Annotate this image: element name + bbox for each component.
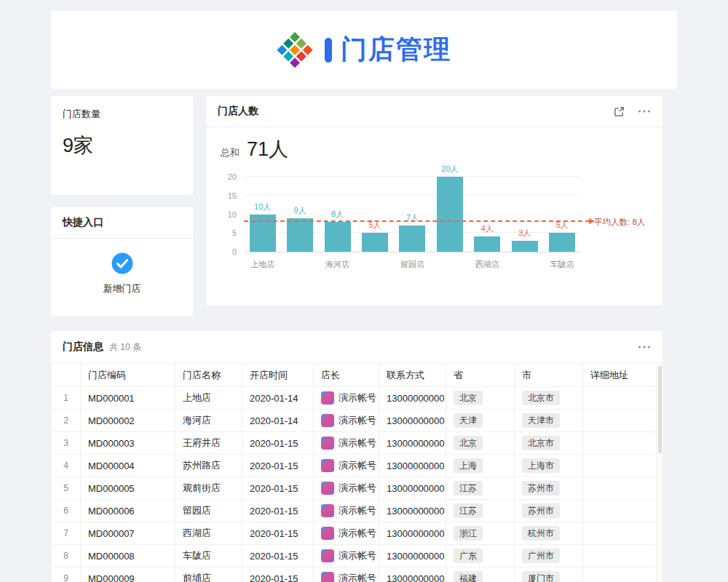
table-row[interactable]: 9MD000009前埔店2020-01-15演示帐号13000000000福建厦… — [52, 567, 662, 582]
table-row[interactable]: 6MD000006留园店2020-01-15演示帐号13000000000江苏苏… — [52, 500, 662, 522]
row-index-cell: 9 — [52, 567, 81, 582]
chart-plot: 10人9人8人5人7人20人4人3人5人 平均人数: 8人 05101520 — [244, 177, 581, 252]
bar[interactable] — [474, 236, 500, 252]
province-tag: 北京 — [454, 436, 483, 450]
province-tag: 广东 — [454, 549, 483, 563]
table-row[interactable]: 5MD000005观前街店2020-01-15演示帐号13000000000江苏… — [52, 477, 662, 500]
province-cell: 北京 — [446, 387, 515, 410]
province-cell: 广东 — [446, 545, 515, 567]
table-card-header: 门店信息 共 10 条 — [51, 331, 662, 363]
address-cell — [583, 432, 662, 455]
city-tag: 广州市 — [522, 549, 560, 563]
bar[interactable] — [325, 222, 351, 252]
open-date-cell: 2020-01-15 — [242, 477, 314, 500]
city-tag: 北京市 — [522, 436, 560, 450]
store-name-cell: 苏州路店 — [175, 455, 242, 477]
manager-avatar — [321, 414, 334, 427]
row-index-cell: 3 — [52, 432, 81, 455]
city-tag: 上海市 — [522, 458, 560, 473]
city-cell: 北京市 — [515, 387, 583, 410]
table-row[interactable]: 8MD000008车陂店2020-01-15演示帐号13000000000广东广… — [52, 545, 662, 567]
store-name-cell: 海河店 — [175, 410, 242, 432]
x-axis-label — [506, 259, 543, 270]
manager-name: 演示帐号 — [339, 549, 376, 562]
column-header: 店长 — [314, 364, 379, 387]
open-date-cell: 2020-01-15 — [242, 432, 314, 455]
manager-avatar — [321, 572, 334, 582]
x-axis-label: 留园店 — [394, 259, 431, 270]
quick-entry-card: 快捷入口 新增门店 — [51, 207, 193, 316]
bar[interactable] — [399, 226, 425, 252]
manager-avatar — [321, 436, 334, 450]
chart-card-title: 门店人数 — [218, 105, 258, 118]
open-date-cell: 2020-01-14 — [242, 387, 314, 410]
bar[interactable] — [287, 218, 313, 252]
bar-slot: 5人 — [544, 177, 581, 252]
city-tag: 苏州市 — [522, 503, 560, 518]
row-index-cell: 4 — [52, 455, 81, 477]
store-name-cell: 留园店 — [175, 500, 242, 522]
manager-name: 演示帐号 — [339, 391, 376, 404]
address-cell — [583, 455, 662, 477]
city-cell: 杭州市 — [515, 522, 583, 545]
province-tag: 福建 — [454, 571, 483, 582]
table-scrollbar[interactable] — [656, 364, 662, 582]
x-axis-label: 西湖店 — [469, 259, 506, 270]
manager-avatar — [321, 527, 334, 540]
manager-cell: 演示帐号 — [314, 387, 379, 410]
bar-slot: 20人 — [431, 177, 468, 252]
open-date-cell: 2020-01-15 — [242, 567, 314, 582]
store-count-value: 9家 — [63, 132, 181, 159]
chart-more-icon[interactable] — [638, 109, 651, 113]
province-tag: 江苏 — [454, 481, 483, 495]
chart-summary: 总和 71人 — [206, 127, 662, 162]
city-cell: 北京市 — [515, 432, 583, 455]
manager-name: 演示帐号 — [339, 482, 376, 495]
column-header: 门店编码 — [81, 364, 175, 387]
bar[interactable] — [512, 241, 538, 252]
manager-cell: 演示帐号 — [314, 567, 379, 582]
row-index-cell: 2 — [52, 410, 81, 432]
add-store-label[interactable]: 新增门店 — [103, 282, 141, 295]
bar-slot: 7人 — [394, 177, 431, 252]
x-axis-label: 海河店 — [319, 259, 356, 270]
table-row[interactable]: 2MD000002海河店2020-01-14演示帐号13000000000天津天… — [52, 410, 662, 432]
table-row[interactable]: 1MD000001上地店2020-01-14演示帐号13000000000北京北… — [52, 387, 662, 410]
province-tag: 江苏 — [454, 503, 483, 518]
index-column-header — [52, 364, 81, 387]
store-name-cell: 上地店 — [175, 387, 242, 410]
table-row[interactable]: 3MD000003王府井店2020-01-15演示帐号13000000000北京… — [52, 432, 662, 455]
table-more-icon[interactable] — [638, 345, 651, 349]
average-label: 平均人数: 8人 — [594, 216, 645, 227]
add-store-check-circle-icon[interactable] — [111, 252, 134, 275]
store-count-title: 门店数量 — [63, 108, 181, 121]
store-name-cell: 前埔店 — [175, 567, 242, 582]
x-axis-label — [356, 259, 393, 270]
page: 门店管理 门店数量 9家 快捷入口 新增门店 — [0, 0, 728, 582]
manager-cell: 演示帐号 — [314, 410, 379, 432]
open-date-cell: 2020-01-14 — [242, 410, 314, 432]
address-cell — [583, 477, 662, 500]
bar-chart: 10人9人8人5人7人20人4人3人5人 平均人数: 8人 05101520 上… — [206, 162, 662, 270]
table-row[interactable]: 4MD000004苏州路店2020-01-15演示帐号13000000000上海… — [52, 455, 662, 477]
bar-value-label: 10人 — [254, 202, 271, 212]
bar[interactable] — [362, 233, 388, 252]
x-axis-label: 车陂店 — [544, 259, 581, 270]
open-date-cell: 2020-01-15 — [242, 545, 314, 567]
bar[interactable] — [437, 177, 463, 252]
phone-cell: 13000000000 — [379, 567, 446, 582]
store-code-cell: MD000009 — [81, 567, 175, 582]
expand-icon[interactable] — [614, 106, 625, 117]
bar[interactable] — [549, 233, 575, 252]
left-column: 门店数量 9家 快捷入口 新增门店 — [51, 96, 193, 316]
table-row[interactable]: 7MD000007西湖店2020-01-15演示帐号13000000000浙江杭… — [52, 522, 662, 545]
manager-name: 演示帐号 — [339, 527, 376, 540]
city-cell: 广州市 — [515, 545, 583, 567]
bar-slot: 10人 — [244, 177, 281, 252]
manager-cell: 演示帐号 — [314, 477, 379, 500]
dashboard-row: 门店数量 9家 快捷入口 新增门店 门店人数 — [51, 96, 662, 316]
address-cell — [583, 567, 662, 582]
table-scrollbar-thumb[interactable] — [658, 366, 662, 453]
row-index-cell: 7 — [52, 522, 81, 545]
y-axis-tick-label: 15 — [228, 191, 237, 200]
